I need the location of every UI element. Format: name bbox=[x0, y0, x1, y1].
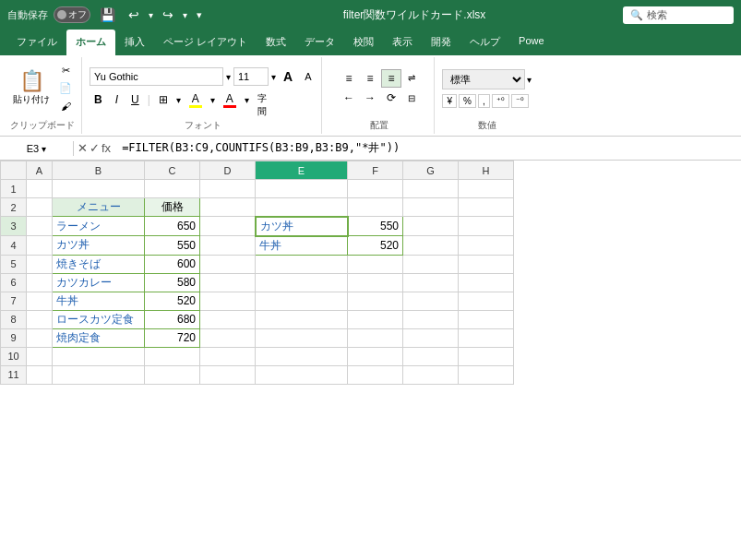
cell-A4[interactable] bbox=[27, 236, 53, 256]
tab-data[interactable]: データ bbox=[295, 30, 344, 55]
cell-H7[interactable] bbox=[459, 292, 514, 310]
cell-H4[interactable] bbox=[459, 236, 514, 256]
cell-E1[interactable] bbox=[256, 180, 348, 198]
cell-C11[interactable] bbox=[145, 365, 200, 384]
cell-A10[interactable] bbox=[27, 347, 53, 365]
cell-C9[interactable]: 720 bbox=[145, 328, 200, 347]
tab-insert[interactable]: 挿入 bbox=[115, 30, 154, 55]
save-icon[interactable]: 💾 bbox=[96, 6, 119, 24]
cell-H11[interactable] bbox=[459, 365, 514, 384]
cell-D5[interactable] bbox=[200, 255, 256, 273]
cell-E7[interactable] bbox=[256, 292, 348, 310]
tab-view[interactable]: 表示 bbox=[383, 30, 422, 55]
cell-B4[interactable]: カツ丼 bbox=[53, 236, 145, 256]
cell-B3[interactable]: ラーメン bbox=[53, 217, 145, 236]
row-header-11[interactable]: 11 bbox=[1, 365, 27, 384]
row-header-7[interactable]: 7 bbox=[1, 292, 27, 310]
cell-A6[interactable] bbox=[27, 273, 53, 292]
font-color-button[interactable]: A bbox=[219, 90, 241, 109]
cell-C7[interactable]: 520 bbox=[145, 292, 200, 310]
cell-D8[interactable] bbox=[200, 310, 256, 328]
col-header-e[interactable]: E bbox=[256, 161, 348, 180]
cell-C10[interactable] bbox=[145, 347, 200, 365]
tab-formula[interactable]: 数式 bbox=[257, 30, 295, 55]
cell-A9[interactable] bbox=[27, 328, 53, 347]
row-header-1[interactable]: 1 bbox=[1, 180, 27, 198]
align-indent-increase[interactable]: → bbox=[360, 89, 380, 107]
cell-E4[interactable]: 牛丼 bbox=[256, 236, 348, 256]
row-header-9[interactable]: 9 bbox=[1, 328, 27, 347]
cell-F10[interactable] bbox=[348, 347, 403, 365]
cell-H3[interactable] bbox=[459, 217, 514, 236]
cell-F6[interactable] bbox=[348, 273, 403, 292]
cell-D10[interactable] bbox=[200, 347, 256, 365]
cell-F4[interactable]: 520 bbox=[348, 236, 403, 256]
cell-F8[interactable] bbox=[348, 310, 403, 328]
tab-review[interactable]: 校閲 bbox=[344, 30, 383, 55]
autosave-toggle[interactable]: オフ bbox=[54, 6, 90, 23]
cell-E8[interactable] bbox=[256, 310, 348, 328]
align-top-center[interactable]: ≡ bbox=[360, 69, 380, 88]
col-header-g[interactable]: G bbox=[403, 161, 459, 180]
align-orientation[interactable]: ⟳ bbox=[381, 89, 401, 107]
border-button[interactable]: ⊞ bbox=[154, 90, 173, 109]
cell-B1[interactable] bbox=[53, 180, 145, 198]
border-dropdown[interactable]: ▾ bbox=[176, 95, 181, 105]
cell-E11[interactable] bbox=[256, 365, 348, 384]
font-size-input[interactable] bbox=[233, 67, 269, 86]
row-header-10[interactable]: 10 bbox=[1, 347, 27, 365]
cell-B7[interactable]: 牛丼 bbox=[53, 292, 145, 310]
decrease-decimal-button[interactable]: ⁻⁰ bbox=[511, 94, 529, 108]
cell-A11[interactable] bbox=[27, 365, 53, 384]
char-spacing-button[interactable]: 字間 bbox=[253, 90, 271, 109]
tab-home[interactable]: ホーム bbox=[66, 30, 115, 55]
redo-icon[interactable]: ↪ bbox=[159, 6, 177, 24]
cell-G9[interactable] bbox=[403, 328, 459, 347]
align-top-right[interactable]: ≡ bbox=[381, 69, 401, 88]
cell-C5[interactable]: 600 bbox=[145, 255, 200, 273]
cell-E5[interactable] bbox=[256, 255, 348, 273]
row-header-8[interactable]: 8 bbox=[1, 310, 27, 328]
search-box[interactable]: 🔍 検索 bbox=[623, 6, 734, 24]
cell-G5[interactable] bbox=[403, 255, 459, 273]
cell-G3[interactable] bbox=[403, 217, 459, 236]
merge-center-button[interactable]: ⊟ bbox=[403, 89, 420, 108]
cell-B10[interactable] bbox=[53, 347, 145, 365]
align-indent-decrease[interactable]: ← bbox=[339, 89, 359, 107]
cell-D3[interactable] bbox=[200, 217, 256, 236]
cell-F7[interactable] bbox=[348, 292, 403, 310]
font-grow-button[interactable]: A bbox=[279, 67, 297, 86]
tab-develop[interactable]: 開発 bbox=[422, 30, 460, 55]
underline-button[interactable]: U bbox=[126, 90, 144, 109]
cell-H8[interactable] bbox=[459, 310, 514, 328]
col-header-b[interactable]: B bbox=[53, 161, 145, 180]
cell-F2[interactable] bbox=[348, 198, 403, 217]
paste-button[interactable]: 📋 貼り付け bbox=[9, 69, 54, 108]
cell-G4[interactable] bbox=[403, 236, 459, 256]
bold-button[interactable]: B bbox=[90, 90, 107, 109]
formula-fx-button[interactable]: fx bbox=[102, 141, 111, 155]
customize-icon[interactable]: ▾ bbox=[193, 7, 206, 23]
cell-A5[interactable] bbox=[27, 255, 53, 273]
row-header-6[interactable]: 6 bbox=[1, 273, 27, 292]
cell-H6[interactable] bbox=[459, 273, 514, 292]
cell-A1[interactable] bbox=[27, 180, 53, 198]
cell-H1[interactable] bbox=[459, 180, 514, 198]
col-header-f[interactable]: F bbox=[348, 161, 403, 180]
cell-C6[interactable]: 580 bbox=[145, 273, 200, 292]
cell-A2[interactable] bbox=[27, 198, 53, 217]
italic-button[interactable]: I bbox=[111, 90, 123, 109]
align-top-left[interactable]: ≡ bbox=[339, 69, 359, 88]
cell-D2[interactable] bbox=[200, 198, 256, 217]
cell-G7[interactable] bbox=[403, 292, 459, 310]
col-header-d[interactable]: D bbox=[200, 161, 256, 180]
cell-D6[interactable] bbox=[200, 273, 256, 292]
cell-D11[interactable] bbox=[200, 365, 256, 384]
cell-ref-dropdown[interactable]: ▾ bbox=[42, 144, 46, 154]
cell-A7[interactable] bbox=[27, 292, 53, 310]
cell-B8[interactable]: ロースカツ定食 bbox=[53, 310, 145, 328]
increase-decimal-button[interactable]: ⁺⁰ bbox=[492, 94, 509, 108]
cell-H5[interactable] bbox=[459, 255, 514, 273]
cut-button[interactable]: ✂ bbox=[55, 63, 76, 79]
cell-C3[interactable]: 650 bbox=[145, 217, 200, 236]
